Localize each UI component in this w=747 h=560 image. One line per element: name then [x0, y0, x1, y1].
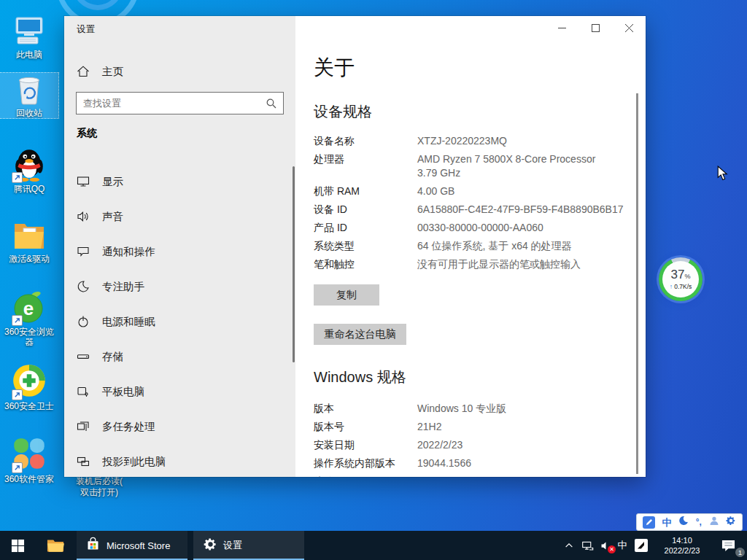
desktop-icon-qq[interactable]: 腾讯QQ [0, 146, 58, 194]
notification-count-badge: 1 [735, 548, 745, 557]
copy-button[interactable]: 复制 [314, 284, 379, 306]
sidebar-item-storage[interactable]: 存储 [64, 339, 295, 374]
taskbar-microsoft-store[interactable]: Microsoft Store [77, 531, 187, 560]
windows-spec-heading: Windows 规格 [314, 368, 406, 387]
tray-volume-muted-icon[interactable]: ✕ [597, 531, 614, 560]
sidebar-item-sound[interactable]: 声音 [64, 199, 295, 234]
spec-row-pen-touch: 笔和触控 没有可用于此显示器的笔或触控输入 [314, 257, 632, 276]
page-title: 关于 [314, 54, 355, 82]
ime-punctuation-mode[interactable]: °, [696, 518, 702, 526]
desktop-icon-activation-drivers[interactable]: 激活&驱动 [0, 219, 58, 264]
desktop-icon-readme-label[interactable]: 装机后必读( 双击打开) [63, 476, 136, 498]
power-icon [77, 315, 90, 328]
sidebar-section-system: 系统 [77, 127, 97, 140]
window-caption-buttons [545, 16, 646, 39]
focus-assist-icon [77, 280, 90, 293]
start-button[interactable] [0, 531, 35, 560]
sidebar-item-label: 主页 [102, 65, 123, 79]
spec-row-edition: 版本 Windows 10 专业版 [314, 402, 632, 420]
svg-text:e: e [23, 298, 34, 319]
desktop-icon-this-pc[interactable]: 此电脑 [0, 15, 58, 60]
desktop-icon-360-safeguard[interactable]: 360安全卫士 [0, 362, 58, 411]
sidebar-scrollbar[interactable] [293, 166, 295, 362]
notifications-icon [77, 245, 90, 258]
desktop-icon-360-software-manager[interactable]: 360软件管家 [0, 435, 58, 484]
spec-row-system-type: 系统类型 64 位操作系统, 基于 x64 的处理器 [314, 239, 632, 257]
tray-ime-indicator[interactable]: 中 [615, 531, 630, 560]
desktop-icon-label: 回收站 [0, 108, 58, 118]
tray-network-icon[interactable] [578, 531, 596, 560]
sound-icon [77, 210, 90, 223]
sidebar-item-display[interactable]: 显示 [64, 164, 295, 199]
ime-account-icon[interactable] [709, 516, 719, 529]
folder-icon [0, 219, 58, 252]
shortcut-arrow-icon [12, 315, 23, 326]
desktop-icon-recycle-bin[interactable]: 回收站 [0, 73, 58, 118]
spec-row-device-name: 设备名称 XTZJ-20220223MQ [314, 134, 632, 152]
clock-time: 14:10 [672, 535, 692, 545]
taskbar: Microsoft Store 设置 ✕ 中 14:10 2022/2/23 [0, 531, 747, 560]
maximize-button[interactable] [578, 16, 612, 39]
file-explorer-button[interactable] [38, 531, 73, 560]
tablet-icon [77, 385, 90, 398]
taskbar-button-label: 设置 [223, 539, 242, 552]
up-arrow-icon: ↑ [670, 283, 673, 290]
storage-icon [77, 350, 90, 363]
sidebar-item-label: 投影到此电脑 [102, 455, 166, 469]
search-icon[interactable] [266, 98, 277, 112]
action-center-button[interactable]: 1 [715, 531, 741, 560]
spec-row-ram: 机带 RAM 4.00 GB [314, 184, 632, 203]
search-box[interactable] [76, 92, 284, 114]
sidebar-item-tablet[interactable]: 平板电脑 [64, 374, 295, 409]
spec-row-device-id: 设备 ID 6A15880F-C4E2-47F9-BF59-F4B8890B6B… [314, 203, 632, 221]
shortcut-arrow-icon [12, 462, 23, 473]
tray-show-hidden-icons[interactable] [560, 531, 578, 560]
sidebar-item-power-sleep[interactable]: 电源和睡眠 [64, 304, 295, 339]
sidebar-item-label: 专注助手 [102, 280, 144, 294]
search-input[interactable] [77, 93, 283, 114]
360-browser-icon: e [0, 289, 58, 325]
close-button[interactable] [612, 16, 646, 39]
sidebar-item-home[interactable]: 主页 [77, 58, 281, 85]
device-spec-heading: 设备规格 [314, 102, 372, 122]
this-pc-icon [0, 15, 58, 48]
ime-handwriting-icon[interactable] [643, 516, 655, 529]
sidebar-item-label: 平板电脑 [102, 385, 144, 399]
recycle-bin-icon [0, 73, 58, 106]
sidebar-item-notifications[interactable]: 通知和操作 [64, 234, 295, 269]
ime-chinese-mode[interactable]: 中 [662, 518, 671, 527]
spec-row-product-id: 产品 ID 00330-80000-00000-AA060 [314, 221, 632, 239]
shortcut-arrow-icon [12, 389, 23, 400]
shortcut-arrow-icon [12, 172, 23, 183]
ime-night-mode-icon[interactable] [678, 516, 689, 529]
desktop-icon-label: 360安全卫士 [0, 401, 58, 411]
desktop-icon-label: 360软件管家 [0, 474, 58, 484]
ime-settings-gear-icon[interactable] [726, 516, 736, 529]
sidebar-item-projecting[interactable]: 投影到此电脑 [64, 444, 295, 477]
spec-row-processor: 处理器 AMD Ryzen 7 5800X 8-Core Processor 3… [314, 152, 632, 184]
360-speed-ball[interactable]: 37% ↑ 0.7K/s [659, 257, 703, 301]
minimize-button[interactable] [545, 16, 578, 39]
settings-content: 关于 设备规格 设备名称 XTZJ-20220223MQ 处理器 AMD Ryz… [295, 16, 646, 477]
desktop-icon-label: 腾讯QQ [0, 184, 58, 194]
home-icon [77, 65, 90, 78]
desktop-icon-label: 360安全浏览器 [0, 327, 58, 347]
settings-gear-icon [204, 537, 217, 554]
ime-toolbar: 中 °, [636, 513, 743, 531]
desktop-icon-label: 激活&驱动 [0, 254, 58, 264]
sidebar-item-focus-assist[interactable]: 专注助手 [64, 269, 295, 304]
sidebar-item-label: 通知和操作 [102, 245, 155, 259]
content-scrollbar[interactable] [636, 93, 638, 474]
tray-sogou-input-icon[interactable] [632, 531, 651, 560]
desktop-icon-360-browser[interactable]: e 360安全浏览器 [0, 289, 58, 347]
settings-window: 设置 主页 系统 显示 [64, 16, 646, 477]
mouse-cursor [717, 166, 728, 184]
sidebar-item-label: 显示 [102, 175, 123, 189]
desktop: 此电脑 回收站 [0, 0, 747, 560]
taskbar-settings[interactable]: 设置 [193, 531, 304, 560]
sidebar-item-multitasking[interactable]: 多任务处理 [64, 409, 295, 444]
clock-date: 2022/2/23 [665, 545, 700, 556]
device-spec-table: 设备名称 XTZJ-20220223MQ 处理器 AMD Ryzen 7 580… [314, 134, 632, 276]
taskbar-clock[interactable]: 14:10 2022/2/23 [653, 531, 711, 560]
rename-pc-button[interactable]: 重命名这台电脑 [314, 324, 406, 345]
